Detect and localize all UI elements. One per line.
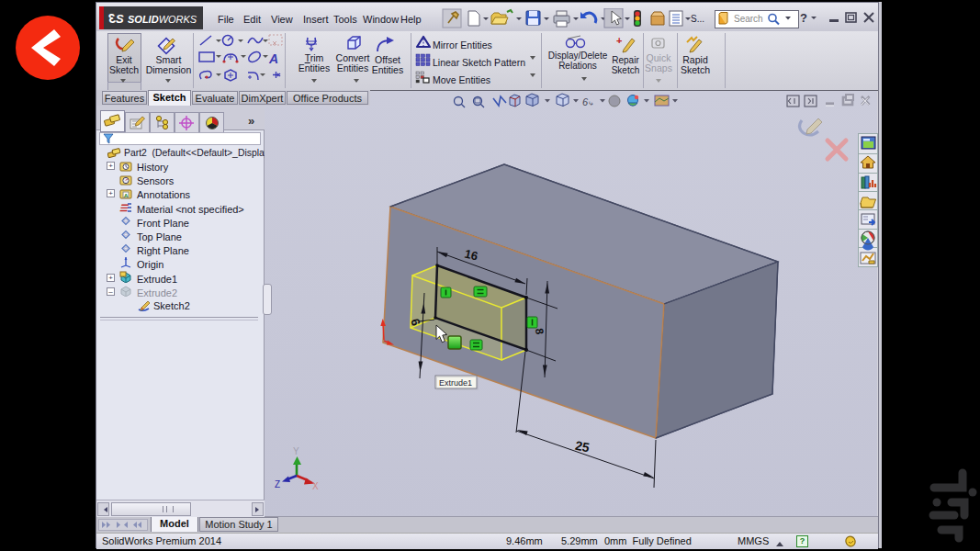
svg-text:S...: S... bbox=[691, 14, 704, 24]
svg-text:Search: Search bbox=[734, 14, 763, 24]
svg-text:25: 25 bbox=[574, 438, 591, 455]
svg-text:A: A bbox=[124, 193, 129, 198]
svg-text:Z: Z bbox=[275, 479, 280, 489]
svg-text:Y: Y bbox=[293, 446, 299, 456]
svg-text:A: A bbox=[268, 51, 278, 66]
svg-text:?: ? bbox=[800, 11, 807, 25]
svg-text:S: S bbox=[116, 12, 124, 26]
svg-text:X: X bbox=[312, 481, 319, 491]
svg-text:+: + bbox=[616, 35, 622, 46]
svg-text:SOLIDWORKS: SOLIDWORKS bbox=[128, 14, 197, 25]
svg-text:Extrude1: Extrude1 bbox=[439, 378, 472, 388]
svg-text:3: 3 bbox=[108, 11, 116, 26]
